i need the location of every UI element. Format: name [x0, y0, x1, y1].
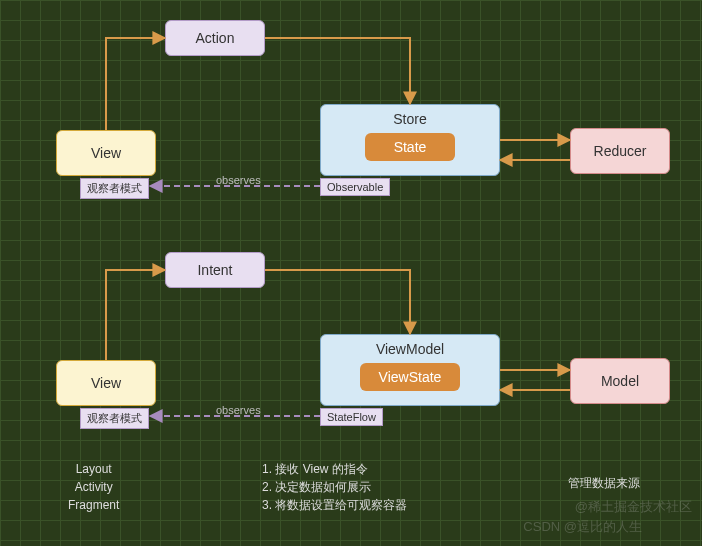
observes-label-bottom: observes [216, 404, 261, 416]
watermark-2: CSDN @逗比的人生 [523, 518, 642, 536]
store-label: Store [393, 111, 426, 127]
arrow-view-intent [106, 270, 165, 360]
observable-tag: Observable [320, 178, 390, 196]
viewstate-label: ViewState [379, 369, 442, 385]
reducer-label: Reducer [594, 143, 647, 159]
arrow-view-action-top [106, 38, 165, 130]
state-label: State [394, 139, 427, 155]
viewmodel-label: ViewModel [376, 341, 444, 357]
arrow-intent-viewmodel [265, 270, 410, 334]
caption-center: 1. 接收 View 的指令 2. 决定数据如何展示 3. 将数据设置给可观察容… [262, 460, 407, 514]
action-label: Action [196, 30, 235, 46]
caption-left: Layout Activity Fragment [68, 460, 119, 514]
reducer-box: Reducer [570, 128, 670, 174]
intent-label: Intent [197, 262, 232, 278]
store-box: Store State [320, 104, 500, 176]
view-label: View [91, 145, 121, 161]
state-box: State [365, 133, 455, 161]
view-box-top: View [56, 130, 156, 176]
observer-tag-top: 观察者模式 [80, 178, 149, 199]
model-label: Model [601, 373, 639, 389]
view-box-bottom: View [56, 360, 156, 406]
viewmodel-box: ViewModel ViewState [320, 334, 500, 406]
watermark-1: @稀土掘金技术社区 [575, 498, 692, 516]
view-label-2: View [91, 375, 121, 391]
action-box: Action [165, 20, 265, 56]
model-box: Model [570, 358, 670, 404]
viewstate-box: ViewState [360, 363, 460, 391]
stateflow-tag: StateFlow [320, 408, 383, 426]
intent-box: Intent [165, 252, 265, 288]
observer-tag-bottom: 观察者模式 [80, 408, 149, 429]
observes-label-top: observes [216, 174, 261, 186]
arrow-action-store [265, 38, 410, 104]
caption-right: 管理数据来源 [568, 474, 640, 492]
